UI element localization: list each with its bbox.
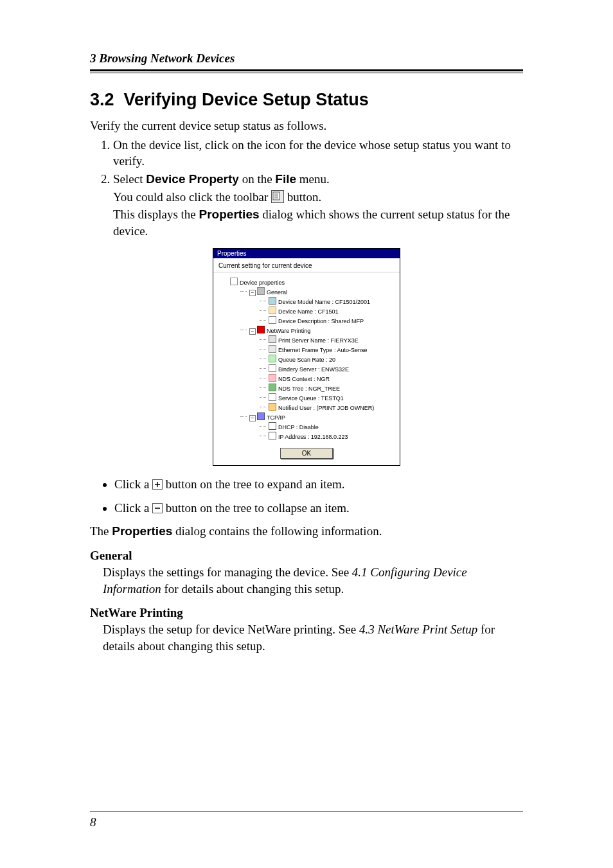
tree-nw-item-3: Bindery Server : ENWS32E — [260, 364, 392, 374]
step-2-line1: Select Device Property on the File menu. — [113, 172, 330, 186]
field-icon — [269, 432, 276, 439]
def-general-body: Displays the settings for managing the d… — [103, 564, 523, 597]
tree-general-text-0: Device Model Name : CF1501/2001 — [278, 299, 370, 305]
queue-icon — [269, 355, 276, 362]
running-head: 3 Browsing Network Devices — [90, 51, 523, 66]
step2-l1-b2: File — [275, 172, 296, 186]
header-rule-thin — [90, 73, 523, 73]
ps-post: dialog contains the following informatio… — [172, 524, 382, 538]
step2-l1-b1: Device Property — [146, 172, 239, 186]
properties-sentence: The Properties dialog contains the follo… — [90, 523, 523, 540]
printer-icon — [269, 335, 276, 343]
tree-general-item-2: Device Description : Shared MFP — [260, 316, 392, 326]
monitor-icon — [269, 297, 276, 305]
tree-nw-text-6: Service Queue : TESTQ1 — [278, 395, 344, 402]
step2-l1-pre: Select — [113, 172, 146, 186]
step-1: On the device list, click on the icon fo… — [113, 137, 523, 170]
collapse-icon[interactable]: − — [249, 328, 256, 335]
tree-nw-text-4: NDS Context : NGR — [278, 376, 330, 382]
page-footer: 8 — [90, 811, 523, 829]
field-icon — [269, 422, 276, 430]
tree-ip-text-0: DHCP : Disable — [278, 424, 319, 430]
tree-ip-item-1: IP Address : 192.168.0.223 — [260, 432, 392, 441]
dialog-subtitle: Current setting for current device — [213, 258, 400, 272]
ps-pre: The — [90, 524, 112, 538]
ok-button[interactable]: OK — [280, 448, 333, 459]
tree-general-text-1: Device Name : CF1501 — [278, 308, 339, 315]
section-heading-text: Verifying Device Setup Status — [124, 90, 369, 109]
dialog-button-row: OK — [213, 445, 400, 465]
plus-icon — [152, 479, 163, 490]
tree-nw-text-7: Notified User : (PRINT JOB OWNER) — [278, 405, 374, 411]
hint-collapse: Click a button on the tree to collapse a… — [114, 499, 523, 518]
tree-tcpip[interactable]: −TCP/IP DHCP : Disable IP Address : 192.… — [240, 412, 392, 441]
collapse-icon[interactable]: − — [249, 415, 256, 421]
tag-icon — [269, 306, 276, 314]
tree-nw-text-0: Print Server Name : FIERYX3E — [278, 337, 359, 344]
tree-general-label: General — [267, 289, 287, 296]
step2-l2-post: button. — [284, 190, 321, 204]
service-icon — [269, 393, 276, 401]
tree-general[interactable]: −General Device Model Name : CF1501/2001… — [240, 287, 392, 326]
step2-l1-mid: on the — [239, 172, 275, 186]
intro-text: Verify the current device setup status a… — [90, 118, 523, 134]
tree-nw-text-3: Bindery Server : ENWS32E — [278, 366, 349, 373]
tree-nw-item-4: NDS Context : NGR — [260, 374, 392, 384]
hint-expand-pre: Click a — [114, 477, 152, 491]
tree-nw-item-7: Notified User : (PRINT JOB OWNER) — [260, 403, 392, 412]
tree-root: Device properties −General Device Model … — [221, 278, 392, 441]
footer-rule — [90, 811, 523, 811]
def-n-pre: Displays the setup for device NetWare pr… — [103, 623, 359, 636]
steps-list: On the device list, click on the icon fo… — [90, 137, 523, 240]
tree-nw-item-6: Service Queue : TESTQ1 — [260, 393, 392, 403]
root-icon — [230, 278, 238, 285]
def-netware-term: NetWare Printing — [90, 606, 523, 620]
step-2-line2: You could also click the toolbar button. — [113, 189, 523, 206]
hint-collapse-post: button on the tree to collapse an item. — [163, 501, 350, 515]
def-g-pre: Displays the settings for managing the d… — [103, 565, 352, 579]
section-title: 3.2 Verifying Device Setup Status — [90, 90, 523, 110]
folder-icon — [257, 287, 265, 295]
globe-icon — [257, 412, 265, 420]
tree-netware-label: NetWare Printing — [267, 328, 310, 334]
frame-icon — [269, 345, 276, 353]
step2-l2-pre: You could also click the toolbar — [113, 190, 271, 204]
tree-nw-text-5: NDS Tree : NGR_TREE — [278, 385, 340, 392]
tree-nw-item-2: Queue Scan Rate : 20 — [260, 355, 392, 364]
server-icon — [269, 364, 276, 372]
tree-netware[interactable]: −NetWare Printing Print Server Name : FI… — [240, 326, 392, 412]
def-netware-body: Displays the setup for device NetWare pr… — [103, 621, 523, 654]
dialog-tree: Device properties −General Device Model … — [218, 278, 395, 441]
hint-expand: Click a button on the tree to expand an … — [114, 475, 523, 494]
ps-bold: Properties — [112, 524, 172, 538]
def-g-post: for details about changing this setup. — [161, 582, 344, 596]
step-1-text: On the device list, click on the icon fo… — [113, 138, 511, 168]
tree-nw-item-5: NDS Tree : NGR_TREE — [260, 384, 392, 393]
properties-dialog-figure: Properties Current setting for current d… — [90, 248, 523, 466]
tree-tcpip-label: TCP/IP — [267, 414, 285, 421]
section-number: 3.2 — [90, 90, 114, 109]
tree-ip-item-0: DHCP : Disable — [260, 422, 392, 432]
context-icon — [269, 374, 276, 382]
page-number: 8 — [90, 815, 523, 829]
note-icon — [269, 316, 276, 324]
step2-l3-pre: This displays the — [113, 208, 199, 221]
tree-nw-text-1: Ethernet Frame Type : Auto-Sense — [278, 347, 367, 353]
tree-general-item-1: Device Name : CF1501 — [260, 306, 392, 316]
user-icon — [269, 403, 276, 411]
step2-l1-post: menu. — [296, 172, 330, 186]
def-general-term: General — [90, 549, 523, 563]
tree-hints-list: Click a button on the tree to expand an … — [90, 475, 523, 518]
tree-root-label: Device properties — [240, 279, 285, 286]
def-n-ref: 4.3 NetWare Print Setup — [359, 623, 477, 636]
minus-icon — [152, 503, 163, 513]
tree-ip-text-1: IP Address : 192.168.0.223 — [278, 434, 348, 440]
step2-l3-bold: Properties — [199, 208, 260, 221]
tree-nw-item-1: Ethernet Frame Type : Auto-Sense — [260, 345, 392, 355]
collapse-icon[interactable]: − — [249, 290, 256, 296]
dialog-titlebar: Properties — [213, 249, 400, 258]
header-rule-thick — [90, 69, 523, 71]
nds-tree-icon — [269, 384, 276, 391]
hint-expand-post: button on the tree to expand an item. — [163, 477, 344, 491]
hint-collapse-pre: Click a — [114, 501, 152, 515]
